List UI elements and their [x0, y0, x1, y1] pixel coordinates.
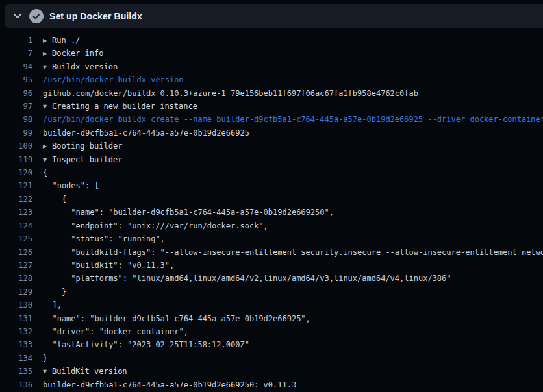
log-line: 136builder-d9cfb5a1-c764-445a-a57e-0b19d…	[0, 378, 543, 391]
output-text: "endpoint": "unix:///var/run/docker.sock…	[43, 219, 268, 232]
output-text: "nodes": [	[43, 179, 99, 192]
log-line: 125 "status": "running",	[0, 232, 543, 245]
output-text: "buildkit": "v0.11.3",	[43, 259, 174, 272]
log-line: 99builder-d9cfb5a1-c764-445a-a57e-0b19d2…	[0, 127, 543, 140]
output-text: {	[43, 166, 47, 179]
log-line: 126 "buildkitd-flags": "--allow-insecure…	[0, 246, 543, 259]
line-number[interactable]: 94	[0, 60, 32, 73]
line-number[interactable]: 128	[0, 272, 32, 285]
group-toggle[interactable]: ▶Run ./	[43, 34, 80, 47]
line-number[interactable]: 98	[0, 113, 32, 126]
triangle-down-icon[interactable]: ▼	[43, 101, 52, 114]
step-title: Set up Docker Buildx	[49, 11, 142, 21]
log-line: 124 "endpoint": "unix:///var/run/docker.…	[0, 219, 543, 232]
log-group-row: 1▶Run ./	[0, 34, 543, 47]
group-toggle[interactable]: ▶Booting builder	[43, 140, 122, 153]
log-group-row: 119▼Inspect builder	[0, 153, 543, 166]
output-text: "platforms": "linux/amd64,linux/amd64/v2…	[43, 272, 451, 285]
output-text: builder-d9cfb5a1-c764-445a-a57e-0b19d2e6…	[43, 127, 249, 140]
log-line: 95/usr/bin/docker buildx version	[0, 73, 543, 86]
group-title: BuildKit version	[52, 367, 127, 376]
log-line: 127 "buildkit": "v0.11.3",	[0, 259, 543, 272]
output-text: builder-d9cfb5a1-c764-445a-a57e-0b19d2e6…	[43, 378, 296, 391]
group-title: Creating a new builder instance	[52, 102, 197, 111]
line-number[interactable]: 99	[0, 127, 32, 140]
log-line: 123 "name": "builder-d9cfb5a1-c764-445a-…	[0, 206, 543, 219]
log-line: 128 "platforms": "linux/amd64,linux/amd6…	[0, 272, 543, 285]
line-number[interactable]: 7	[0, 47, 32, 60]
line-number[interactable]: 100	[0, 140, 32, 153]
check-circle-icon	[29, 9, 44, 23]
line-number[interactable]: 97	[0, 100, 32, 113]
log-line: 98/usr/bin/docker buildx create --name b…	[0, 113, 543, 126]
output-text: }	[43, 286, 66, 299]
log-line: 131 "name": "builder-d9cfb5a1-c764-445a-…	[0, 312, 543, 325]
log-group-row: 97▼Creating a new builder instance	[0, 100, 543, 113]
log-line: 96github.com/docker/buildx 0.10.3+azure-…	[0, 87, 543, 100]
line-number[interactable]: 133	[0, 338, 32, 351]
group-toggle[interactable]: ▼Inspect builder	[43, 153, 122, 166]
log-line: 134}	[0, 352, 543, 365]
group-title: Docker info	[52, 49, 103, 58]
log-line: 122 {	[0, 193, 543, 206]
triangle-right-icon[interactable]: ▶	[43, 47, 52, 60]
command-text: /usr/bin/docker buildx version	[43, 73, 184, 86]
output-text: "name": "builder-d9cfb5a1-c764-445a-a57e…	[43, 312, 310, 325]
line-number[interactable]: 96	[0, 87, 32, 100]
output-text: "status": "running",	[43, 232, 165, 245]
output-text: "buildkitd-flags": "--allow-insecure-ent…	[43, 246, 543, 259]
log-viewer: 1▶Run ./7▶Docker info94▼Buildx version95…	[0, 28, 543, 391]
triangle-down-icon[interactable]: ▼	[43, 61, 52, 74]
line-number[interactable]: 136	[0, 378, 32, 391]
group-title: Inspect builder	[52, 155, 122, 164]
line-number[interactable]: 131	[0, 312, 32, 325]
log-line: 121 "nodes": [	[0, 179, 543, 192]
log-group-row: 7▶Docker info	[0, 47, 543, 60]
group-title: Buildx version	[52, 62, 118, 71]
triangle-right-icon[interactable]: ▶	[43, 34, 52, 47]
log-line: 120{	[0, 166, 543, 179]
line-number[interactable]: 135	[0, 365, 32, 378]
chevron-down-icon[interactable]	[13, 13, 22, 19]
triangle-down-icon[interactable]: ▼	[43, 365, 52, 378]
line-number[interactable]: 119	[0, 153, 32, 166]
line-number[interactable]: 123	[0, 206, 32, 219]
line-number[interactable]: 120	[0, 166, 32, 179]
line-number[interactable]: 124	[0, 219, 32, 232]
group-title: Booting builder	[52, 141, 122, 151]
output-text: "name": "builder-d9cfb5a1-c764-445a-a57e…	[43, 206, 334, 219]
output-text: github.com/docker/buildx 0.10.3+azure-1 …	[43, 87, 418, 100]
line-number[interactable]: 121	[0, 179, 32, 192]
log-group-row: 135▼BuildKit version	[0, 365, 543, 378]
log-line: 132 "driver": "docker-container",	[0, 325, 543, 338]
log-line: 133 "lastActivity": "2023-02-25T11:58:12…	[0, 338, 543, 351]
group-toggle[interactable]: ▼BuildKit version	[43, 365, 127, 378]
line-number[interactable]: 132	[0, 325, 32, 338]
line-number[interactable]: 1	[0, 34, 32, 47]
step-header[interactable]: Set up Docker Buildx	[5, 4, 543, 28]
line-number[interactable]: 130	[0, 299, 32, 312]
group-toggle[interactable]: ▼Buildx version	[43, 60, 118, 73]
log-line: 129 }	[0, 286, 543, 299]
output-text: }	[43, 352, 47, 365]
line-number[interactable]: 125	[0, 232, 32, 245]
group-title: Run ./	[52, 36, 80, 45]
command-text: /usr/bin/docker buildx create --name bui…	[43, 113, 543, 126]
line-number[interactable]: 129	[0, 286, 32, 299]
line-number[interactable]: 134	[0, 352, 32, 365]
line-number[interactable]: 126	[0, 246, 32, 259]
triangle-right-icon[interactable]: ▶	[43, 140, 52, 153]
output-text: ],	[43, 299, 62, 312]
log-group-row: 100▶Booting builder	[0, 140, 543, 153]
triangle-down-icon[interactable]: ▼	[43, 154, 52, 167]
output-text: {	[43, 193, 66, 206]
group-toggle[interactable]: ▼Creating a new builder instance	[43, 100, 197, 113]
log-line: 130 ],	[0, 299, 543, 312]
output-text: "driver": "docker-container",	[43, 325, 188, 338]
output-text: "lastActivity": "2023-02-25T11:58:12.000…	[43, 338, 249, 351]
line-number[interactable]: 127	[0, 259, 32, 272]
log-group-row: 94▼Buildx version	[0, 60, 543, 73]
group-toggle[interactable]: ▶Docker info	[43, 47, 103, 60]
line-number[interactable]: 95	[0, 73, 32, 86]
line-number[interactable]: 122	[0, 193, 32, 206]
